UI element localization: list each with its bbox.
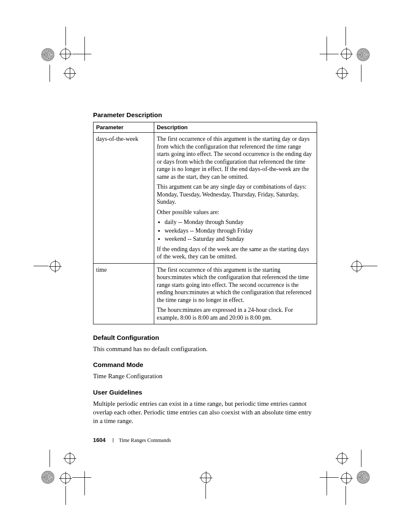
page-content: Parameter Description Parameter Descript… (93, 111, 317, 433)
heading-user-guidelines: User Guidelines (93, 389, 317, 396)
param-desc: The first occurrence of this argument is… (154, 263, 317, 324)
command-mode-text: Time Range Configuration (93, 372, 317, 380)
list-item: weekdays -- Monday through Friday (165, 227, 314, 235)
param-desc: The first occurrence of this argument is… (154, 133, 317, 264)
list-item: daily -- Monday through Sunday (165, 218, 314, 226)
th-parameter: Parameter (93, 122, 154, 133)
desc-bullets: daily -- Monday through Sunday weekdays … (157, 218, 314, 243)
page-footer: 1604 Time Ranges Commands (93, 437, 171, 444)
desc-paragraph: The hours:minutes are expressed in a 24-… (157, 306, 314, 321)
th-description: Description (154, 122, 317, 133)
heading-command-mode: Command Mode (93, 361, 317, 368)
desc-paragraph: If the ending days of the week are the s… (157, 246, 314, 261)
default-configuration-text: This command has no default configuratio… (93, 345, 317, 353)
footer-separator (113, 438, 113, 442)
list-item: weekend -- Saturday and Sunday (165, 235, 314, 243)
table-row: days-of-the-week The first occurrence of… (93, 133, 317, 264)
page-number: 1604 (93, 437, 106, 443)
desc-paragraph: The first occurrence of this argument is… (157, 266, 314, 304)
desc-paragraph: The first occurrence of this argument is… (157, 135, 314, 180)
desc-paragraph: Other possible values are: (157, 208, 314, 216)
table-row: time The first occurrence of this argume… (93, 263, 317, 324)
heading-default-configuration: Default Configuration (93, 334, 317, 341)
user-guidelines-text: Multiple periodic entries can exist in a… (93, 399, 317, 426)
param-name: time (93, 263, 154, 324)
heading-parameter-description: Parameter Description (93, 111, 317, 118)
parameter-table: Parameter Description days-of-the-week T… (93, 122, 317, 324)
desc-paragraph: This argument can be any single day or c… (157, 183, 314, 206)
footer-section-title: Time Ranges Commands (119, 437, 171, 443)
param-name: days-of-the-week (93, 133, 154, 264)
